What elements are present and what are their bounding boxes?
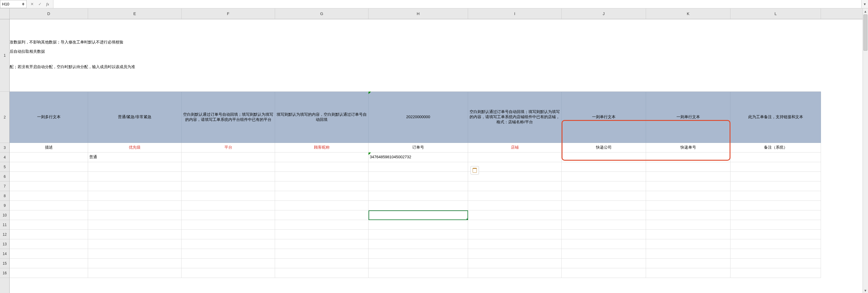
cell-F11[interactable] xyxy=(182,220,275,230)
cell-J9[interactable] xyxy=(562,201,646,210)
cell-G6[interactable] xyxy=(275,172,369,182)
cell-L14[interactable] xyxy=(731,249,821,259)
cell-K4[interactable] xyxy=(646,153,731,162)
cell-L13[interactable] xyxy=(731,239,821,249)
cell-D14[interactable] xyxy=(10,249,88,259)
cell-E1[interactable] xyxy=(88,19,182,92)
cell-L11[interactable] xyxy=(731,220,821,230)
cell-G3[interactable]: 顾客昵称 xyxy=(275,143,369,153)
cell-L10[interactable] xyxy=(731,210,821,220)
cell-L5[interactable] xyxy=(731,162,821,172)
cell-E3[interactable]: 优先级 xyxy=(88,143,182,153)
row-header-7[interactable]: 7 xyxy=(0,182,9,191)
cell-K3[interactable]: 快递单号 xyxy=(646,143,731,153)
cell-L4[interactable] xyxy=(731,153,821,162)
cell-K12[interactable] xyxy=(646,230,731,239)
cell-K15[interactable] xyxy=(646,259,731,268)
cell-J10[interactable] xyxy=(562,210,646,220)
cell-F2[interactable]: 空白则默认通过订单号自动回填；填写则默认为填写的内容，请填写工单系统内平台组件中… xyxy=(182,92,275,143)
cell-G13[interactable] xyxy=(275,239,369,249)
cell-D1[interactable]: 攻数据列，不影响其他数据；导入修改工单时默认不进行必填校验后自动拉取相关数据配；… xyxy=(10,19,88,92)
cell-G7[interactable] xyxy=(275,182,369,191)
cell-K11[interactable] xyxy=(646,220,731,230)
cell-K10[interactable] xyxy=(646,210,731,220)
cell-E6[interactable] xyxy=(88,172,182,182)
formula-bar-expand-button[interactable]: ▾ xyxy=(861,0,868,8)
cell-E5[interactable] xyxy=(88,162,182,172)
cell-H4[interactable]: 3476485981045002732 xyxy=(369,153,468,162)
cell-L3[interactable]: 备注（系统） xyxy=(731,143,821,153)
cell-G2[interactable]: 填写则默认为填写的内容，空白则默认通过订单号自动回填 xyxy=(275,92,369,143)
cell-F12[interactable] xyxy=(182,230,275,239)
cell-F9[interactable] xyxy=(182,201,275,210)
cell-F3[interactable]: 平台 xyxy=(182,143,275,153)
cell-F5[interactable] xyxy=(182,162,275,172)
cell-I13[interactable] xyxy=(468,239,562,249)
cell-L15[interactable] xyxy=(731,259,821,268)
cell-D5[interactable] xyxy=(10,162,88,172)
cell-I9[interactable] xyxy=(468,201,562,210)
row-header-6[interactable]: 6 xyxy=(0,172,9,182)
cell-I3[interactable]: 店铺 xyxy=(468,143,562,153)
cell-E8[interactable] xyxy=(88,191,182,201)
cell-D9[interactable] xyxy=(10,201,88,210)
cell-K13[interactable] xyxy=(646,239,731,249)
column-header-F[interactable]: F xyxy=(182,8,275,19)
cell-I16[interactable] xyxy=(468,268,562,278)
cell-L8[interactable] xyxy=(731,191,821,201)
scroll-up-button[interactable]: ▴ xyxy=(863,8,868,14)
cell-H8[interactable] xyxy=(369,191,468,201)
cell-E2[interactable]: 普通/紧急/非常紧急 xyxy=(88,92,182,143)
cell-G11[interactable] xyxy=(275,220,369,230)
cell-J12[interactable] xyxy=(562,230,646,239)
select-all-corner[interactable] xyxy=(0,8,10,19)
cell-H14[interactable] xyxy=(369,249,468,259)
cell-F1[interactable] xyxy=(182,19,275,92)
cell-K6[interactable] xyxy=(646,172,731,182)
cell-L1[interactable] xyxy=(731,19,821,92)
cell-E14[interactable] xyxy=(88,249,182,259)
cell-G10[interactable] xyxy=(275,210,369,220)
column-header-K[interactable]: K xyxy=(646,8,731,19)
cell-I2[interactable]: 空白则默认通过订单号自动回填；填写则默认为填写的内容，请填写工单系统内店铺组件中… xyxy=(468,92,562,143)
scroll-thumb[interactable] xyxy=(864,14,867,51)
cell-H12[interactable] xyxy=(369,230,468,239)
cell-D10[interactable] xyxy=(10,210,88,220)
row-header-3[interactable]: 3 xyxy=(0,143,9,153)
cell-I5[interactable] xyxy=(468,162,562,172)
cell-H7[interactable] xyxy=(369,182,468,191)
cell-D4[interactable] xyxy=(10,153,88,162)
cell-J11[interactable] xyxy=(562,220,646,230)
row-header-14[interactable]: 14 xyxy=(0,249,9,259)
cell-E16[interactable] xyxy=(88,268,182,278)
cell-J4[interactable] xyxy=(562,153,646,162)
cell-K7[interactable] xyxy=(646,182,731,191)
cell-I7[interactable] xyxy=(468,182,562,191)
cell-D16[interactable] xyxy=(10,268,88,278)
cell-J7[interactable] xyxy=(562,182,646,191)
cell-H16[interactable] xyxy=(369,268,468,278)
row-header-4[interactable]: 4 xyxy=(0,153,9,162)
cell-H13[interactable] xyxy=(369,239,468,249)
formula-input[interactable] xyxy=(53,0,861,8)
row-header-9[interactable]: 9 xyxy=(0,201,9,210)
vertical-scrollbar[interactable]: ▴ ▾ xyxy=(863,8,868,293)
cell-F10[interactable] xyxy=(182,210,275,220)
cell-J13[interactable] xyxy=(562,239,646,249)
cell-D3[interactable]: 描述 xyxy=(10,143,88,153)
cell-G4[interactable] xyxy=(275,153,369,162)
cell-H1[interactable] xyxy=(369,19,468,92)
cell-D6[interactable] xyxy=(10,172,88,182)
cell-J6[interactable] xyxy=(562,172,646,182)
row-header-1[interactable]: 1 xyxy=(0,19,9,92)
fx-button[interactable]: fx xyxy=(45,2,50,7)
cell-F6[interactable] xyxy=(182,172,275,182)
cell-K1[interactable] xyxy=(646,19,731,92)
cell-F15[interactable] xyxy=(182,259,275,268)
cell-F4[interactable] xyxy=(182,153,275,162)
column-header-G[interactable]: G xyxy=(275,8,369,19)
cell-L6[interactable] xyxy=(731,172,821,182)
cell-G9[interactable] xyxy=(275,201,369,210)
cell-E10[interactable] xyxy=(88,210,182,220)
cell-J5[interactable] xyxy=(562,162,646,172)
